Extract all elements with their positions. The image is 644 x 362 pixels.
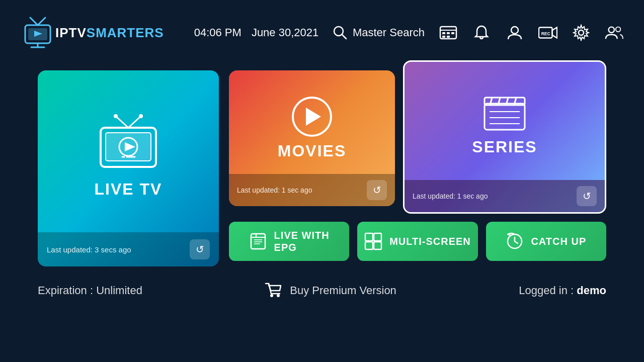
buy-premium-label: Buy Premium Version <box>290 284 396 297</box>
series-clapper-icon <box>482 93 527 133</box>
buy-premium-button[interactable]: Buy Premium Version <box>265 282 396 300</box>
live-epg-label-line2: EPG <box>274 241 297 253</box>
catch-up-button[interactable]: CATCH UP <box>486 222 606 261</box>
live-tv-refresh-button[interactable]: ↺ <box>190 239 210 259</box>
profile-button[interactable] <box>505 23 524 42</box>
live-tv-footer: Last updated: 3 secs ago ↺ <box>38 232 219 266</box>
header-right: Master Search <box>333 23 624 42</box>
footer: Expiration : Unlimited Buy Premium Versi… <box>0 266 644 300</box>
svg-point-21 <box>609 27 614 33</box>
epg-icon[interactable] <box>439 23 458 42</box>
users-button[interactable] <box>605 23 624 42</box>
time-display: 04:06 PM <box>194 26 242 39</box>
svg-line-8 <box>342 35 346 39</box>
series-label: SERIES <box>472 138 537 156</box>
search-button[interactable]: Master Search <box>333 25 425 40</box>
right-column: MOVIES Last updated: 1 sec ago ↺ <box>229 70 606 261</box>
catch-up-label: CATCH UP <box>531 236 586 247</box>
svg-rect-51 <box>374 242 381 249</box>
live-epg-label-line1: LIVE WITH <box>274 229 330 241</box>
cart-icon <box>265 282 283 300</box>
svg-point-25 <box>114 114 118 118</box>
svg-point-54 <box>277 294 280 297</box>
svg-rect-11 <box>442 32 445 34</box>
date-display: June 30,2021 <box>252 26 318 39</box>
live-tv-icon <box>93 114 164 174</box>
record-icon: REC <box>538 25 557 40</box>
live-tv-icon-container: LIVE TV <box>93 114 164 199</box>
svg-line-0 <box>30 18 38 25</box>
svg-rect-48 <box>365 233 373 241</box>
logged-in-label: Logged in : <box>519 284 577 297</box>
gear-icon <box>573 24 590 41</box>
settings-button[interactable] <box>572 23 591 42</box>
cards-row: LIVE TV Last updated: 3 secs ago ↺ MOVIE… <box>38 70 606 266</box>
multi-user-icon <box>605 24 624 41</box>
svg-line-1 <box>38 18 45 25</box>
svg-rect-14 <box>442 36 445 38</box>
svg-rect-33 <box>485 104 525 130</box>
logo-text: IPTVSMARTERS <box>55 25 164 41</box>
bottom-buttons-row: LIVE WITH EPG MULTI-SCREEN <box>229 222 606 261</box>
datetime: 04:06 PM June 30,2021 <box>194 26 319 39</box>
epg-book-icon <box>249 232 267 250</box>
svg-marker-18 <box>552 28 557 38</box>
logo-area: IPTVSMARTERS <box>20 15 164 50</box>
svg-point-16 <box>511 27 518 34</box>
movies-play-icon <box>292 97 332 137</box>
movies-updated: Last updated: 1 sec ago <box>237 186 312 194</box>
notifications-button[interactable] <box>472 23 491 42</box>
header: IPTVSMARTERS 04:06 PM June 30,2021 Maste… <box>0 0 644 65</box>
svg-rect-15 <box>447 36 450 38</box>
svg-point-20 <box>579 30 584 35</box>
logo-icon <box>20 15 55 50</box>
expiration-info: Expiration : Unlimited <box>38 284 142 297</box>
svg-rect-12 <box>447 32 450 34</box>
svg-text:REC: REC <box>541 31 550 36</box>
svg-rect-49 <box>374 233 381 241</box>
svg-rect-42 <box>251 234 265 249</box>
svg-point-26 <box>139 114 143 118</box>
profile-icon <box>506 24 523 41</box>
epg-guide-icon <box>439 24 457 42</box>
live-tv-label: LIVE TV <box>95 180 163 199</box>
bell-icon <box>473 24 490 41</box>
username-display: demo <box>577 284 606 297</box>
multi-screen-label: MULTI-SCREEN <box>389 236 471 247</box>
movies-refresh-button[interactable]: ↺ <box>367 180 387 200</box>
movies-label: MOVIES <box>278 142 346 160</box>
live-epg-button[interactable]: LIVE WITH EPG <box>229 222 349 261</box>
svg-line-24 <box>128 116 141 128</box>
live-tv-card[interactable]: LIVE TV Last updated: 3 secs ago ↺ <box>38 70 219 266</box>
movies-card[interactable]: MOVIES Last updated: 1 sec ago ↺ <box>229 70 395 206</box>
series-card[interactable]: SERIES Last updated: 1 sec ago ↺ <box>403 60 606 214</box>
multi-screen-icon <box>364 232 382 250</box>
svg-rect-50 <box>365 242 373 249</box>
logged-in-info: Logged in : demo <box>519 284 606 297</box>
search-label: Master Search <box>353 26 425 39</box>
svg-point-22 <box>616 27 621 32</box>
multi-screen-button[interactable]: MULTI-SCREEN <box>357 222 477 261</box>
live-tv-updated: Last updated: 3 secs ago <box>47 245 131 254</box>
catchup-icon <box>506 232 524 250</box>
main-content: LIVE TV Last updated: 3 secs ago ↺ MOVIE… <box>0 65 644 266</box>
series-footer: Last updated: 1 sec ago ↺ <box>405 180 605 212</box>
svg-line-23 <box>116 116 128 128</box>
series-refresh-button[interactable]: ↺ <box>577 186 597 206</box>
svg-point-53 <box>270 294 273 297</box>
movies-footer: Last updated: 1 sec ago ↺ <box>229 174 395 206</box>
record-button[interactable]: REC <box>538 23 557 42</box>
series-updated: Last updated: 1 sec ago <box>413 192 488 200</box>
top-right-row: MOVIES Last updated: 1 sec ago ↺ <box>229 70 606 214</box>
search-icon <box>333 25 348 40</box>
svg-rect-13 <box>451 32 454 34</box>
